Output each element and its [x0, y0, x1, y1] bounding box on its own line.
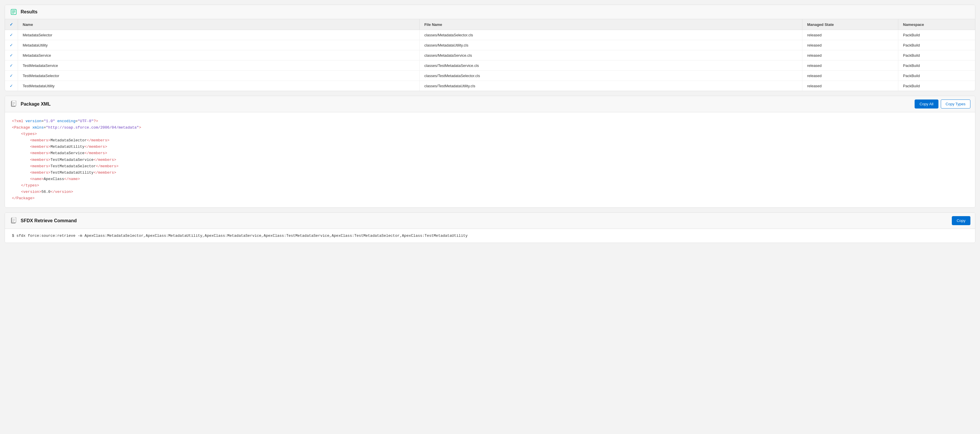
command-icon	[10, 217, 18, 225]
table-row: ✓ TestMetadataSelector classes/TestMetad…	[5, 71, 975, 81]
row-name: TestMetadataService	[18, 61, 420, 71]
row-checkbox[interactable]: ✓	[5, 30, 18, 40]
xml-line: <members>TestMetadataUtility</members>	[12, 169, 968, 176]
check-icon: ✓	[10, 53, 13, 57]
row-namespace: PackBuild	[898, 40, 975, 50]
xml-line: </types>	[12, 182, 968, 189]
sfdx-copy-button[interactable]: Copy	[952, 216, 970, 225]
header-check-icon: ✓	[10, 22, 13, 27]
row-namespace: PackBuild	[898, 30, 975, 40]
row-namespace: PackBuild	[898, 81, 975, 91]
row-managed: released	[802, 30, 898, 40]
row-filename: classes/MetadataService.cls	[419, 50, 802, 61]
xml-content-area: <?xml version="1.0" encoding="UTF-8"?><P…	[5, 112, 975, 207]
table-row: ✓ TestMetadataService classes/TestMetada…	[5, 61, 975, 71]
xml-line: <?xml version="1.0" encoding="UTF-8"?>	[12, 118, 968, 124]
package-xml-title: Package XML	[21, 102, 51, 107]
sfdx-title: SFDX Retrieve Command	[21, 218, 77, 223]
check-icon: ✓	[10, 83, 13, 88]
xml-line: <version>56.0</version>	[12, 189, 968, 195]
sfdx-command-text: $ sfdx force:source:retrieve -m ApexClas…	[12, 234, 468, 238]
row-namespace: PackBuild	[898, 50, 975, 61]
xml-line: <Package xmlns="http://soap.sforce.com/2…	[12, 124, 968, 131]
row-checkbox[interactable]: ✓	[5, 61, 18, 71]
results-title: Results	[21, 9, 38, 14]
xml-line: <members>MetadataUtility</members>	[12, 144, 968, 150]
header-name: Name	[18, 19, 420, 30]
sfdx-command-panel: SFDX Retrieve Command Copy $ sfdx force:…	[5, 212, 975, 243]
row-managed: released	[802, 71, 898, 81]
results-panel: Results ✓ Name File Name Managed State N…	[5, 5, 975, 91]
package-icon	[10, 100, 18, 108]
row-managed: released	[802, 40, 898, 50]
copy-types-button[interactable]: Copy Types	[941, 99, 970, 108]
row-filename: classes/TestMetadataUtility.cls	[419, 81, 802, 91]
xml-line: </Package>	[12, 195, 968, 202]
row-managed: released	[802, 61, 898, 71]
xml-line: <members>MetadataSelector</members>	[12, 137, 968, 144]
package-xml-header: Package XML Copy All Copy Types	[5, 96, 975, 112]
row-namespace: PackBuild	[898, 71, 975, 81]
row-managed: released	[802, 81, 898, 91]
row-managed: released	[802, 50, 898, 61]
row-filename: classes/MetadataUtility.cls	[419, 40, 802, 50]
table-row: ✓ MetadataService classes/MetadataServic…	[5, 50, 975, 61]
row-name: TestMetadataUtility	[18, 81, 420, 91]
results-header: Results	[5, 5, 975, 19]
row-checkbox[interactable]: ✓	[5, 40, 18, 50]
row-name: TestMetadataSelector	[18, 71, 420, 81]
copy-all-button[interactable]: Copy All	[915, 99, 939, 108]
svg-rect-2	[12, 101, 16, 106]
header-checkbox[interactable]: ✓	[5, 19, 18, 30]
results-icon	[10, 8, 18, 16]
sfdx-header: SFDX Retrieve Command Copy	[5, 213, 975, 229]
header-filename: File Name	[419, 19, 802, 30]
row-checkbox[interactable]: ✓	[5, 71, 18, 81]
row-filename: classes/MetadataSelector.cls	[419, 30, 802, 40]
package-xml-panel: Package XML Copy All Copy Types <?xml ve…	[5, 96, 975, 208]
header-namespace: Namespace	[898, 19, 975, 30]
table-row: ✓ MetadataUtility classes/MetadataUtilit…	[5, 40, 975, 50]
table-header-row: ✓ Name File Name Managed State Namespace	[5, 19, 975, 30]
header-managed: Managed State	[802, 19, 898, 30]
check-icon: ✓	[10, 73, 13, 78]
xml-line: <members>MetadataService</members>	[12, 150, 968, 156]
xml-line: <members>TestMetadataSelector</members>	[12, 163, 968, 169]
xml-line: <types>	[12, 131, 968, 137]
sfdx-copy-button-group: Copy	[952, 216, 970, 225]
row-name: MetadataUtility	[18, 40, 420, 50]
check-icon: ✓	[10, 33, 13, 37]
package-xml-title-group: Package XML	[10, 100, 51, 108]
check-icon: ✓	[10, 43, 13, 48]
xml-line: <members>TestMetadataService</members>	[12, 157, 968, 163]
results-title-group: Results	[10, 8, 38, 16]
sfdx-command-content: $ sfdx force:source:retrieve -m ApexClas…	[5, 229, 975, 243]
xml-line: <name>ApexClass</name>	[12, 176, 968, 182]
row-filename: classes/TestMetadataSelector.cls	[419, 71, 802, 81]
results-table: ✓ Name File Name Managed State Namespace…	[5, 19, 975, 91]
svg-rect-4	[12, 217, 16, 223]
row-namespace: PackBuild	[898, 61, 975, 71]
sfdx-title-group: SFDX Retrieve Command	[10, 217, 77, 225]
table-row: ✓ TestMetadataUtility classes/TestMetada…	[5, 81, 975, 91]
row-name: MetadataService	[18, 50, 420, 61]
row-checkbox[interactable]: ✓	[5, 50, 18, 61]
row-checkbox[interactable]: ✓	[5, 81, 18, 91]
package-xml-buttons: Copy All Copy Types	[915, 99, 970, 108]
table-row: ✓ MetadataSelector classes/MetadataSelec…	[5, 30, 975, 40]
row-name: MetadataSelector	[18, 30, 420, 40]
check-icon: ✓	[10, 63, 13, 68]
row-filename: classes/TestMetadataService.cls	[419, 61, 802, 71]
